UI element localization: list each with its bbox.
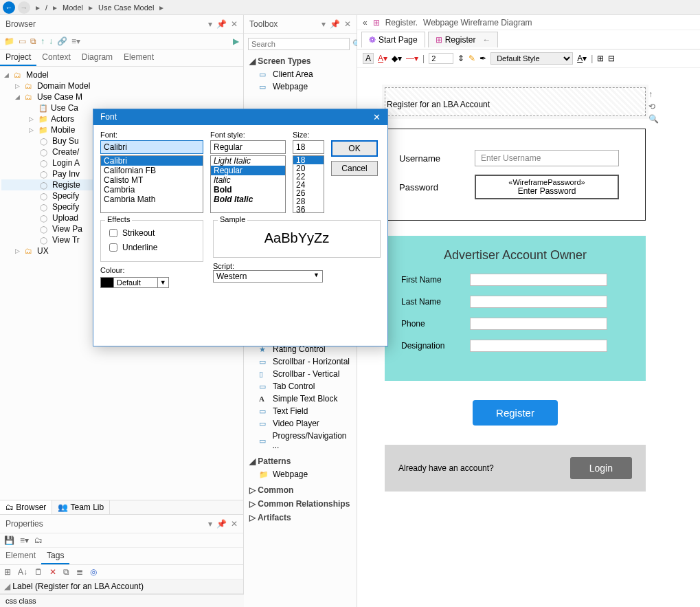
close-icon[interactable]: ✕: [231, 19, 238, 29]
tab-register[interactable]: ⊞Register←: [428, 32, 499, 47]
style-list[interactable]: Light Italic Regular Italic Bold Bold It…: [210, 155, 286, 213]
font-color-icon[interactable]: A▾: [378, 54, 387, 63]
first-name-input[interactable]: [470, 274, 607, 286]
tree-actors[interactable]: Actors: [51, 114, 74, 124]
chevron-down-icon[interactable]: ▼: [313, 272, 319, 281]
tag-copy-icon[interactable]: ⧉: [63, 567, 69, 577]
toolbox-item[interactable]: 📁Webpage: [244, 468, 357, 481]
colour-select[interactable]: Default ▼: [100, 277, 203, 288]
pin-icon[interactable]: 📌: [330, 19, 340, 29]
new-folder-icon[interactable]: 📁: [4, 36, 14, 46]
copy-icon[interactable]: ⧉: [30, 36, 36, 46]
tab-context[interactable]: Context: [36, 49, 76, 66]
highlight-icon[interactable]: ✎: [468, 54, 475, 63]
hamburger-icon[interactable]: ≡▾: [71, 36, 80, 46]
owner-group[interactable]: Advertiser Account Owner First Name Last…: [385, 236, 646, 381]
distribute-icon[interactable]: ⊟: [608, 54, 615, 63]
list-item[interactable]: Cambria: [101, 185, 203, 195]
style-select[interactable]: Default Style: [490, 52, 573, 65]
font-input[interactable]: [100, 140, 203, 154]
tag-code-icon[interactable]: ≣: [76, 567, 83, 577]
toolbox-item[interactable]: ▭Tab Control: [244, 380, 357, 393]
size-input[interactable]: [293, 140, 324, 154]
bottom-tab-browser[interactable]: 🗂 Browser: [0, 500, 52, 514]
list-item[interactable]: Regular: [211, 166, 285, 175]
toolbox-item[interactable]: ▭Text Field: [244, 405, 357, 417]
align-icon[interactable]: ⊞: [597, 54, 604, 63]
crumb-model[interactable]: Model: [63, 3, 83, 12]
up-icon[interactable]: ↑: [41, 36, 45, 46]
toolbox-item[interactable]: ▭Webpage: [244, 80, 357, 93]
register-button[interactable]: Register: [473, 400, 558, 426]
dropdown-icon[interactable]: ▾: [208, 519, 212, 529]
toolbox-group-patterns[interactable]: Patterns: [258, 456, 291, 466]
tag-tool-icon[interactable]: ⊞: [4, 567, 11, 577]
ok-button[interactable]: OK: [331, 140, 378, 157]
zoom-stepper-icon[interactable]: ⇕: [458, 54, 464, 63]
pin-icon[interactable]: 📌: [216, 19, 227, 29]
list-item[interactable]: Californian FB: [101, 166, 203, 175]
down-icon[interactable]: ↓: [49, 36, 53, 46]
handle-rotate-icon[interactable]: ⟲: [648, 102, 659, 111]
tree-mobile[interactable]: Mobile: [51, 125, 75, 135]
list-item[interactable]: 36: [293, 206, 324, 213]
phone-input[interactable]: [470, 318, 607, 330]
toolbox-item[interactable]: ▯Scrollbar - Vertical: [244, 368, 357, 380]
tag-delete-icon[interactable]: ✕: [49, 567, 56, 577]
form-icon[interactable]: 🗂: [34, 536, 43, 545]
tree-spec1[interactable]: Specify: [52, 191, 79, 201]
pin-icon[interactable]: 📌: [216, 519, 227, 529]
tree-usecase-diag[interactable]: Use Ca: [51, 103, 78, 113]
designation-input[interactable]: [470, 340, 607, 352]
list-item[interactable]: Italic: [211, 175, 285, 185]
tab-project[interactable]: Project: [0, 49, 36, 66]
toolbox-item[interactable]: ▭Video Player: [244, 417, 357, 430]
line-color-icon[interactable]: —▾: [406, 54, 418, 63]
prop-tab-tags[interactable]: Tags: [41, 548, 69, 564]
underline-checkbox[interactable]: Underline: [106, 241, 197, 254]
tab-element[interactable]: Element: [118, 49, 159, 66]
dialog-close-icon[interactable]: ✕: [373, 112, 381, 122]
toolbox-group-commonrel[interactable]: Common Relationships: [258, 499, 350, 509]
tree-view1[interactable]: View Pa: [52, 224, 82, 234]
credentials-group[interactable]: Username Enter Username Password «Wirefr…: [385, 129, 646, 221]
tab-startpage[interactable]: ❁Start Page: [361, 32, 425, 47]
toolbox-item[interactable]: ▭Scrollbar - Horizontal: [244, 355, 357, 368]
list-item[interactable]: Bold Italic: [211, 195, 285, 204]
cancel-button[interactable]: Cancel: [331, 161, 378, 176]
crumb-root[interactable]: /: [45, 3, 47, 12]
link-icon[interactable]: 🔗: [57, 36, 67, 46]
zoom-input[interactable]: [429, 53, 453, 64]
toolbox-search-input[interactable]: [248, 38, 350, 50]
list-item[interactable]: Bold: [211, 185, 285, 195]
strikeout-checkbox[interactable]: Strikeout: [106, 227, 197, 239]
tree-spec2[interactable]: Specify: [52, 202, 79, 212]
list-item[interactable]: Calisto MT: [101, 175, 203, 185]
nav-forward-icon[interactable]: →: [18, 1, 30, 14]
dropdown-icon[interactable]: ▾: [321, 19, 326, 29]
tree-usecase[interactable]: Use Case M: [37, 92, 82, 102]
tree-view2[interactable]: View Tr: [52, 235, 80, 245]
list-item[interactable]: Light Italic: [211, 156, 285, 166]
toolbox-item[interactable]: ASimple Text Block: [244, 393, 357, 405]
fill-color-icon[interactable]: ◆▾: [392, 54, 402, 63]
list-item[interactable]: Cambria Math: [101, 195, 203, 204]
text-tool-icon[interactable]: A: [363, 53, 374, 64]
collapse-icon[interactable]: «: [363, 18, 368, 27]
size-list[interactable]: 18 20 22 24 26 28 36: [293, 155, 324, 213]
chevron-down-icon[interactable]: ▼: [158, 277, 169, 288]
wireframe-title[interactable]: Register for an LBA Account ↑ ⟲ 🔍: [385, 87, 646, 116]
script-select[interactable]: Western ▼: [213, 270, 323, 283]
username-input[interactable]: Enter Username: [475, 150, 619, 166]
tree-upload[interactable]: Upload: [52, 213, 78, 223]
close-icon[interactable]: ✕: [344, 19, 351, 29]
toolbox-item[interactable]: ▭Client Area: [244, 68, 357, 80]
last-name-input[interactable]: [470, 296, 607, 308]
password-input[interactable]: «WireframePassword» Enter Password: [475, 175, 619, 199]
save-icon[interactable]: 💾: [4, 536, 14, 545]
tree-pay[interactable]: Pay Inv: [52, 169, 80, 179]
tree-buy[interactable]: Buy Su: [52, 136, 79, 146]
tree-model[interactable]: Model: [26, 70, 49, 80]
toolbox-group-common[interactable]: Common: [258, 485, 293, 495]
handle-up-icon[interactable]: ↑: [648, 89, 659, 99]
